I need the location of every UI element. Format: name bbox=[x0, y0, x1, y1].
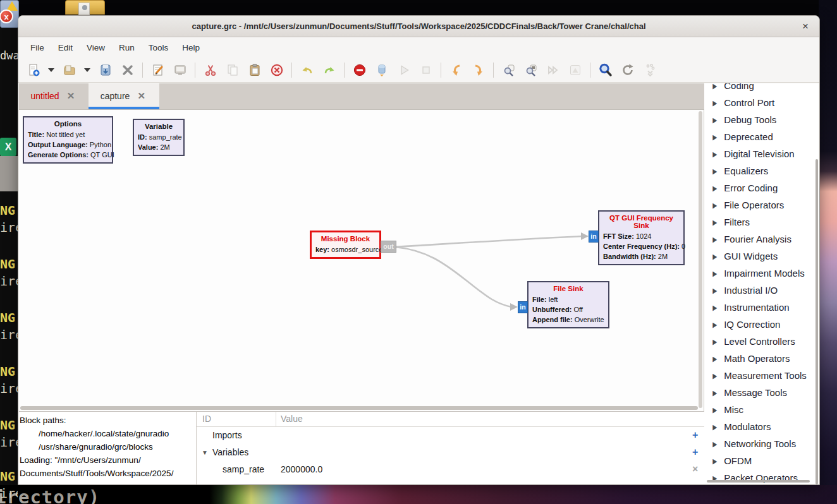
sidebar-category[interactable]: ▶ File Operators bbox=[704, 196, 819, 213]
view-errors-button[interactable] bbox=[348, 61, 370, 80]
sidebar-category[interactable]: ▶ Deprecated bbox=[704, 128, 819, 145]
flowgraph-canvas[interactable]: Options TitleNot titled yet Output Langu… bbox=[19, 110, 704, 411]
open-file-dropdown-icon[interactable] bbox=[80, 61, 94, 80]
expander-icon[interactable]: ▼ bbox=[202, 449, 208, 456]
menu-item[interactable]: Edit bbox=[51, 40, 80, 55]
stop-flowgraph-button[interactable] bbox=[415, 61, 437, 80]
block-qt-gui-frequency-sink[interactable]: QT GUI Frequency Sink FFT Size1024 Cente… bbox=[598, 210, 685, 265]
menu-item[interactable]: View bbox=[80, 40, 112, 55]
redo-button[interactable] bbox=[318, 61, 340, 80]
menu-item[interactable]: Help bbox=[175, 40, 207, 55]
add-icon[interactable]: + bbox=[692, 429, 698, 441]
reload-blocks-button[interactable] bbox=[616, 61, 638, 80]
sidebar-category[interactable]: ▶ Modulators bbox=[704, 418, 819, 435]
expander-icon[interactable]: ▶ bbox=[712, 269, 717, 277]
paste-button[interactable] bbox=[243, 61, 266, 80]
sidebar-category[interactable]: ▶ Error Coding bbox=[704, 179, 819, 196]
save-button[interactable] bbox=[94, 61, 116, 80]
block-file-sink[interactable]: File Sink Fileleft UnbufferedOff Append … bbox=[527, 281, 609, 328]
expander-icon[interactable]: ▶ bbox=[712, 320, 717, 328]
menu-item[interactable]: Tools bbox=[142, 40, 176, 55]
expander-icon[interactable]: ▶ bbox=[712, 235, 717, 243]
tab-close-icon[interactable]: ✕ bbox=[65, 90, 77, 102]
generate-flowgraph-button[interactable] bbox=[147, 61, 169, 80]
expander-icon[interactable]: ▶ bbox=[712, 167, 717, 175]
screen-capture-button[interactable] bbox=[169, 61, 191, 80]
window-titlebar[interactable]: capture.grc - /mnt/c/Users/zunmun/Docume… bbox=[18, 16, 819, 37]
sidebar-category[interactable]: ▶ Message Tools bbox=[704, 384, 819, 401]
remove-icon[interactable]: × bbox=[692, 464, 698, 475]
open-file-button[interactable] bbox=[58, 61, 80, 80]
expander-icon[interactable]: ▶ bbox=[712, 218, 717, 226]
expander-icon[interactable]: ▶ bbox=[712, 388, 717, 397]
sidebar-category[interactable]: ▶ Filters bbox=[704, 213, 819, 231]
new-file-button[interactable] bbox=[22, 61, 44, 80]
tab-untitled[interactable]: untitled ✕ bbox=[19, 83, 89, 109]
sidebar-category[interactable]: ▶ Debug Tools bbox=[704, 111, 819, 128]
expander-icon[interactable]: ▶ bbox=[712, 354, 717, 363]
find-block-button[interactable] bbox=[594, 61, 616, 80]
select-tool-button[interactable] bbox=[638, 61, 661, 80]
block-missing[interactable]: Missing Block keyosmosdr_source bbox=[310, 231, 381, 259]
sidebar-category[interactable]: ▶ Control Port bbox=[704, 94, 819, 111]
add-icon[interactable]: + bbox=[692, 447, 698, 458]
expander-icon[interactable]: ▶ bbox=[712, 116, 717, 124]
sidebar-category[interactable]: ▶ Level Controllers bbox=[704, 333, 819, 350]
sidebar-horizontal-scrollbar[interactable] bbox=[707, 480, 810, 483]
folder-icon[interactable] bbox=[65, 0, 105, 15]
menu-item[interactable]: File bbox=[23, 40, 51, 55]
sidebar-category[interactable]: ▶ GUI Widgets bbox=[704, 248, 819, 265]
toggle-disabled-blocks-button[interactable] bbox=[564, 61, 586, 80]
bypass-block-button[interactable] bbox=[542, 61, 564, 80]
window-close-button[interactable]: × bbox=[799, 20, 812, 33]
sidebar-vertical-scrollbar[interactable] bbox=[816, 159, 818, 484]
expander-icon[interactable]: ▶ bbox=[712, 133, 717, 141]
notepad-warning-icon[interactable]: x bbox=[0, 0, 19, 28]
expander-icon[interactable]: ▶ bbox=[712, 184, 717, 192]
kill-flowgraph-button[interactable] bbox=[370, 61, 393, 80]
sidebar-category[interactable]: ▶ Industrial I/O bbox=[704, 282, 819, 299]
canvas-vertical-scrollbar[interactable] bbox=[699, 111, 702, 408]
execute-flowgraph-button[interactable] bbox=[393, 61, 415, 80]
sidebar-category[interactable]: ▶ OFDM bbox=[704, 452, 819, 469]
expander-icon[interactable]: ▶ bbox=[712, 457, 717, 465]
delete-button[interactable] bbox=[266, 61, 288, 80]
new-file-dropdown-icon[interactable] bbox=[44, 61, 58, 80]
rotate-cw-button[interactable] bbox=[467, 61, 489, 80]
expander-icon[interactable]: ▶ bbox=[712, 286, 717, 294]
tab-capture[interactable]: capture ✕ bbox=[89, 83, 159, 109]
expander-icon[interactable]: ▶ bbox=[712, 405, 717, 414]
sidebar-category[interactable]: ▶ Digital Television bbox=[704, 145, 819, 162]
menu-item[interactable]: Run bbox=[112, 40, 142, 55]
expander-icon[interactable]: ▶ bbox=[712, 201, 717, 209]
variables-row-samp-rate[interactable]: samp_rate 2000000.0 × bbox=[197, 461, 704, 478]
block-variable[interactable]: Variable IDsamp_rate Value2M bbox=[133, 119, 185, 156]
sidebar-category[interactable]: ▶ Networking Tools bbox=[704, 435, 819, 452]
expander-icon[interactable]: ▶ bbox=[712, 83, 717, 90]
copy-button[interactable] bbox=[221, 61, 243, 80]
port-in[interactable]: in bbox=[518, 301, 528, 313]
port-out[interactable]: out bbox=[381, 241, 396, 253]
sidebar-category[interactable]: ▶ Math Operators bbox=[704, 350, 819, 367]
sidebar-category[interactable]: ▶ Coding bbox=[704, 83, 819, 94]
sidebar-category[interactable]: ▶ Fourier Analysis bbox=[704, 231, 819, 248]
sidebar-category[interactable]: ▶ Instrumentation bbox=[704, 299, 819, 316]
sidebar-category[interactable]: ▶ IQ Correction bbox=[704, 316, 819, 333]
sidebar-category[interactable]: ▶ Equalizers bbox=[704, 162, 819, 179]
sidebar-category[interactable]: ▶ Impairment Models bbox=[704, 265, 819, 282]
cut-button[interactable] bbox=[199, 61, 221, 80]
variables-row-imports[interactable]: Imports + bbox=[197, 427, 704, 444]
expander-icon[interactable]: ▶ bbox=[712, 371, 717, 380]
canvas-horizontal-scrollbar[interactable] bbox=[20, 406, 698, 410]
expander-icon[interactable]: ▶ bbox=[712, 423, 717, 431]
expander-icon[interactable]: ▶ bbox=[712, 337, 717, 345]
error-close-icon[interactable]: x bbox=[0, 9, 13, 23]
zoom-in-button[interactable] bbox=[498, 61, 520, 80]
zoom-out-button[interactable] bbox=[520, 61, 542, 80]
port-in[interactable]: in bbox=[589, 231, 599, 243]
sidebar-category[interactable]: ▶ Measurement Tools bbox=[704, 367, 819, 384]
rotate-ccw-button[interactable] bbox=[445, 61, 467, 80]
expander-icon[interactable]: ▶ bbox=[712, 150, 717, 158]
expander-icon[interactable]: ▶ bbox=[712, 440, 717, 448]
sidebar-category[interactable]: ▶ Misc bbox=[704, 401, 819, 418]
